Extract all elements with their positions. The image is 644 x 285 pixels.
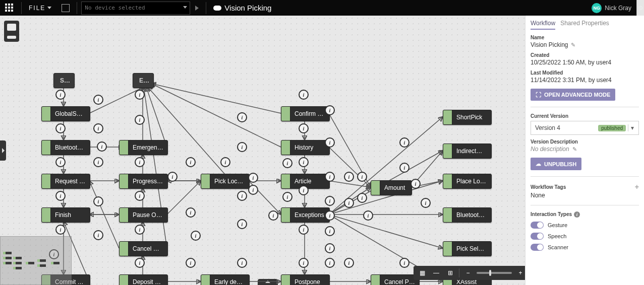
edge-info-icon[interactable]: i bbox=[135, 157, 145, 167]
edge-info-icon[interactable]: i bbox=[325, 137, 335, 148]
edge-info-icon[interactable]: i bbox=[248, 173, 258, 183]
edge-info-icon[interactable]: i bbox=[268, 210, 278, 221]
zoom-out-button[interactable]: − bbox=[462, 267, 474, 278]
node-progresscheck[interactable]: Progress Check bbox=[119, 174, 168, 189]
toggle-gesture[interactable] bbox=[531, 222, 544, 229]
edge-info-icon[interactable]: i bbox=[325, 258, 335, 268]
edge-info-icon[interactable]: i bbox=[325, 210, 335, 221]
save-button[interactable] bbox=[56, 0, 75, 16]
edge-info-icon[interactable]: i bbox=[344, 258, 354, 268]
edge-info-icon[interactable]: i bbox=[325, 196, 335, 206]
edge-info-icon[interactable]: i bbox=[135, 225, 145, 235]
edge-info-icon[interactable]: i bbox=[363, 210, 373, 221]
node-requestorder[interactable]: Request Order bbox=[41, 174, 90, 189]
edge-info-icon[interactable]: i bbox=[97, 141, 107, 152]
edge-info-icon[interactable]: i bbox=[299, 225, 309, 235]
edge-info-icon[interactable]: i bbox=[325, 243, 335, 253]
edit-desc-icon[interactable] bbox=[572, 146, 577, 153]
edge-info-icon[interactable]: i bbox=[299, 90, 309, 100]
edge-info-icon[interactable]: i bbox=[357, 193, 367, 203]
edge-info-icon[interactable]: i bbox=[93, 196, 103, 206]
edge-info-icon[interactable]: i bbox=[93, 123, 103, 133]
edge-info-icon[interactable]: i bbox=[282, 158, 292, 168]
edge-info-icon[interactable]: i bbox=[186, 258, 196, 268]
zoom-slider[interactable] bbox=[477, 272, 512, 274]
map-button[interactable]: ⊞ bbox=[445, 267, 456, 278]
node-confirmcom[interactable]: Confirm Com… bbox=[281, 106, 330, 121]
edge-info-icon[interactable]: i bbox=[299, 258, 309, 268]
edge-info-icon[interactable]: i bbox=[237, 191, 247, 201]
node-amount[interactable]: Amount bbox=[371, 180, 412, 195]
edge-info-icon[interactable]: i bbox=[299, 185, 309, 195]
node-indirectwork[interactable]: IndirectWork bbox=[443, 144, 492, 159]
node-globalsettings[interactable]: GlobalSettings bbox=[41, 106, 90, 121]
edge-info-icon[interactable]: i bbox=[93, 95, 103, 105]
edge-info-icon[interactable]: i bbox=[411, 179, 421, 189]
edge-info-icon[interactable]: i bbox=[135, 191, 145, 201]
apps-menu-button[interactable] bbox=[0, 0, 19, 16]
node-exceptions[interactable]: Exceptions bbox=[281, 207, 330, 223]
edge-info-icon[interactable]: i bbox=[93, 230, 103, 240]
toggle-scanner[interactable] bbox=[531, 244, 544, 251]
settings-strip[interactable]: ⚙ bbox=[636, 0, 644, 16]
node-pauseorder[interactable]: Pause Order bbox=[119, 207, 168, 223]
edge-info-icon[interactable]: i bbox=[344, 172, 354, 182]
edge-info-icon[interactable]: i bbox=[186, 207, 196, 218]
edge-info-icon[interactable]: i bbox=[299, 157, 309, 167]
version-select[interactable]: Version 4 published ▾ bbox=[531, 121, 639, 135]
edge-info-icon[interactable]: i bbox=[55, 191, 66, 201]
avatar[interactable]: NG bbox=[592, 3, 602, 13]
node-pickselection[interactable]: Pick Selection bbox=[443, 241, 492, 256]
node-start[interactable]: START bbox=[53, 73, 75, 88]
edge-info-icon[interactable]: i bbox=[191, 231, 201, 241]
edge-info-icon[interactable]: i bbox=[399, 258, 409, 268]
node-end[interactable]: END bbox=[133, 73, 154, 88]
edge-info-icon[interactable]: i bbox=[55, 90, 66, 100]
tab-workflow[interactable]: Workflow bbox=[531, 20, 555, 30]
node-bluetoothsetup[interactable]: BluetoothSetUp bbox=[41, 140, 90, 155]
edge-info-icon[interactable]: i bbox=[237, 219, 247, 229]
open-advanced-button[interactable]: ⛶ OPEN ADVANCED MODE bbox=[531, 89, 615, 101]
edge-info-icon[interactable]: i bbox=[237, 142, 247, 152]
toggle-speech[interactable] bbox=[531, 233, 544, 240]
node-earlydeposit[interactable]: Early deposit bbox=[201, 274, 250, 285]
fit-width-button[interactable]: — bbox=[431, 267, 442, 278]
edge-info-icon[interactable]: i bbox=[237, 258, 247, 268]
edge-info-icon[interactable]: i bbox=[325, 105, 335, 115]
node-placelocation[interactable]: Place Location bbox=[443, 174, 492, 189]
edge-info-icon[interactable]: i bbox=[93, 157, 103, 167]
edge-info-icon[interactable]: i bbox=[357, 172, 367, 182]
device-select[interactable] bbox=[81, 2, 190, 15]
expand-palette-tab[interactable] bbox=[0, 140, 6, 161]
edge-info-icon[interactable]: i bbox=[282, 192, 292, 202]
tab-shared-properties[interactable]: Shared Properties bbox=[560, 20, 609, 30]
edge-info-icon[interactable]: i bbox=[344, 198, 354, 208]
edge-info-icon[interactable]: i bbox=[135, 258, 145, 268]
zoom-in-button[interactable]: + bbox=[515, 267, 526, 278]
node-emergencyexit[interactable]: EmergencyExit bbox=[119, 140, 168, 155]
node-history[interactable]: History bbox=[281, 140, 330, 155]
edge-info-icon[interactable]: i bbox=[55, 123, 66, 133]
connector-tool-icon[interactable] bbox=[7, 36, 16, 39]
file-menu[interactable]: FILE bbox=[24, 0, 56, 16]
info-icon[interactable]: i bbox=[574, 211, 580, 218]
edge-info-icon[interactable]: i bbox=[55, 157, 66, 167]
play-button[interactable] bbox=[190, 0, 204, 16]
edge-info-icon[interactable]: i bbox=[220, 157, 230, 167]
node-shortpick[interactable]: ShortPick bbox=[443, 110, 492, 125]
workflow-canvas[interactable]: START END GlobalSettingsBluetoothSetUpRe… bbox=[0, 16, 536, 285]
edge-info-icon[interactable]: i bbox=[135, 115, 145, 125]
edge-info-icon[interactable]: i bbox=[248, 185, 258, 195]
node-postpone[interactable]: Postpone bbox=[281, 274, 330, 285]
edge-info-icon[interactable]: i bbox=[55, 225, 66, 235]
node-finish[interactable]: Finish bbox=[41, 207, 90, 223]
node-bluetoothpair[interactable]: BluetoothPairi… bbox=[443, 207, 492, 223]
unpublish-button[interactable]: ☁ UNPUBLISH bbox=[531, 158, 581, 170]
expand-bottom-tab[interactable] bbox=[258, 279, 278, 285]
node-cancelorder[interactable]: Cancel Order bbox=[119, 241, 168, 256]
minimap[interactable] bbox=[0, 236, 72, 285]
edge-info-icon[interactable]: i bbox=[135, 90, 145, 100]
add-tag-button[interactable]: + bbox=[635, 183, 639, 191]
edge-info-icon[interactable]: i bbox=[325, 172, 335, 182]
node-depositcart[interactable]: Deposit Cart bbox=[119, 274, 168, 285]
